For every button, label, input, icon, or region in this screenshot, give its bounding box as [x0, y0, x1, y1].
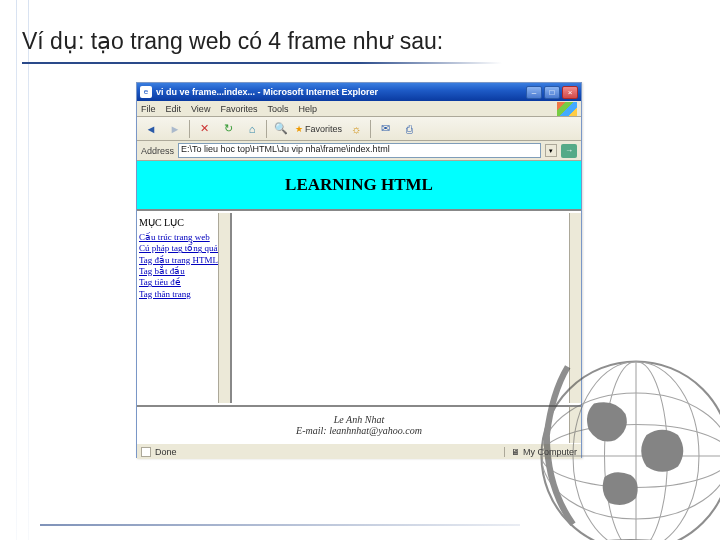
address-dropdown-icon[interactable]: ▾ [545, 144, 557, 157]
frame-bottom: Le Anh Nhat E-mail: leanhnhat@yahoo.com [137, 405, 581, 443]
zone-text: My Computer [523, 447, 577, 457]
address-input[interactable]: E:\To lieu hoc top\HTML\Ju vip nha\frame… [178, 143, 541, 158]
toolbar-separator [189, 120, 190, 138]
scrollbar[interactable] [218, 213, 230, 403]
go-button[interactable]: → [561, 144, 577, 158]
svg-point-5 [573, 362, 699, 541]
titlebar: e vi du ve frame...index... - Microsoft … [137, 83, 581, 101]
toc-link[interactable]: Tag thân trang [139, 289, 228, 299]
menubar: File Edit View Favorites Tools Help [137, 101, 581, 117]
toolbar-separator [266, 120, 267, 138]
toc-heading: MỤC LỤC [139, 217, 228, 228]
windows-logo-icon [557, 102, 577, 116]
home-button[interactable]: ⌂ [242, 119, 262, 139]
favorites-button[interactable]: ★ Favorites [295, 124, 342, 134]
ie-window: e vi du ve frame...index... - Microsoft … [136, 82, 582, 458]
toc-link[interactable]: Cú pháp tag tổng quát [139, 243, 228, 253]
star-icon: ★ [295, 124, 303, 134]
svg-point-4 [605, 362, 668, 541]
page-icon [141, 447, 151, 457]
address-label: Address [141, 146, 174, 156]
window-title: vi du ve frame...index... - Microsoft In… [156, 87, 526, 97]
maximize-button[interactable]: □ [544, 86, 560, 99]
minimize-button[interactable]: – [526, 86, 542, 99]
search-button[interactable]: 🔍 [271, 119, 291, 139]
toolbar: ◄ ► ✕ ↻ ⌂ 🔍 ★ Favorites ☼ ✉ ⎙ [137, 117, 581, 141]
favorites-label: Favorites [305, 124, 342, 134]
frame-top: LEARNING HTML [137, 161, 581, 211]
menu-edit[interactable]: Edit [166, 104, 182, 114]
security-zone: 🖥 My Computer [504, 447, 577, 457]
toc-link[interactable]: Tag tiêu đề [139, 277, 228, 287]
menu-view[interactable]: View [191, 104, 210, 114]
computer-icon: 🖥 [511, 447, 520, 457]
title-underline [22, 62, 502, 64]
toc-link[interactable]: Cấu trúc trang web [139, 232, 228, 242]
slide-footer-rule [0, 524, 720, 532]
content-area: LEARNING HTML MỤC LỤC Cấu trúc trang web… [137, 161, 581, 443]
toc-link[interactable]: Tag đầu trang HTML [139, 255, 228, 265]
menu-favorites[interactable]: Favorites [220, 104, 257, 114]
print-button[interactable]: ⎙ [399, 119, 419, 139]
close-button[interactable]: × [562, 86, 578, 99]
toc-link[interactable]: Tag bắt đầu [139, 266, 228, 276]
menu-tools[interactable]: Tools [267, 104, 288, 114]
scrollbar[interactable] [569, 213, 581, 403]
page-heading: LEARNING HTML [285, 175, 433, 195]
scrollbar[interactable] [569, 407, 581, 443]
mail-button[interactable]: ✉ [375, 119, 395, 139]
back-button[interactable]: ◄ [141, 119, 161, 139]
statusbar: Done 🖥 My Computer [137, 443, 581, 459]
history-button[interactable]: ☼ [346, 119, 366, 139]
frame-left: MỤC LỤC Cấu trúc trang web Cú pháp tag t… [137, 213, 232, 403]
forward-button[interactable]: ► [165, 119, 185, 139]
refresh-button[interactable]: ↻ [218, 119, 238, 139]
slide-title: Ví dụ: tạo trang web có 4 frame như sau: [22, 28, 443, 55]
menu-file[interactable]: File [141, 104, 156, 114]
toolbar-separator [370, 120, 371, 138]
footer-author: Le Anh Nhat [334, 414, 384, 425]
footer-email: E-mail: leanhnhat@yahoo.com [296, 425, 422, 436]
status-text: Done [155, 447, 177, 457]
menu-help[interactable]: Help [298, 104, 317, 114]
frame-right [234, 213, 581, 403]
address-bar: Address E:\To lieu hoc top\HTML\Ju vip n… [137, 141, 581, 161]
ie-icon: e [140, 86, 152, 98]
stop-button[interactable]: ✕ [194, 119, 214, 139]
